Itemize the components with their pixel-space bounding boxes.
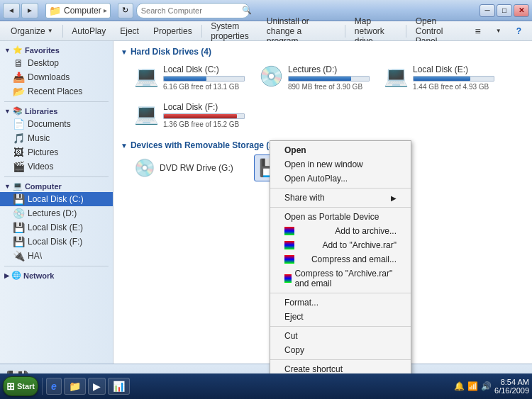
taskbar-folder-button[interactable]: 📁 bbox=[64, 378, 86, 395]
ctx-open-new-window[interactable]: Open in new window bbox=[270, 157, 411, 172]
title-bar-left: ◄ ► 📁 Computer ▸ ↻ 🔍 bbox=[3, 3, 250, 18]
taskbar-separator bbox=[42, 378, 43, 395]
sidebar-item-ha[interactable]: 🔌 HA\ bbox=[0, 249, 113, 263]
sidebar-item-videos[interactable]: 🎬 Videos bbox=[0, 159, 113, 174]
drive-c-info: Local Disk (C:) 6.16 GB free of 13.1 GB bbox=[163, 64, 245, 91]
clock-date: 6/16/2009 bbox=[494, 386, 529, 395]
autoplay-button[interactable]: AutoPlay bbox=[65, 23, 112, 39]
maximize-button[interactable]: □ bbox=[497, 4, 512, 17]
address-arrow: ▸ bbox=[104, 6, 107, 14]
ctx-sep-1 bbox=[270, 188, 411, 189]
sidebar-item-recent-places[interactable]: 📂 Recent Places bbox=[0, 84, 113, 99]
ctx-copy[interactable]: Copy bbox=[270, 343, 411, 357]
ctx-compress-email[interactable]: Compress and email... bbox=[270, 252, 411, 266]
sidebar-item-local-f[interactable]: 💾 Local Disk (F:) bbox=[0, 235, 113, 249]
ctx-open[interactable]: Open bbox=[270, 143, 411, 157]
sidebar-computer-header[interactable]: ▼ 💻 Computer bbox=[0, 180, 113, 192]
drive-e-progress-container bbox=[413, 76, 494, 82]
sidebar-item-local-c[interactable]: 💾 Local Disk (C:) bbox=[0, 192, 113, 206]
taskbar-media-button[interactable]: ▶ bbox=[88, 378, 106, 395]
ctx-sep-3 bbox=[270, 293, 411, 293]
toolbar-separator-1 bbox=[62, 25, 63, 38]
drive-e[interactable]: 💻 Local Disk (E:) 1.44 GB free of 4.93 G… bbox=[379, 61, 499, 94]
drive-d-space: 890 MB free of 3.90 GB bbox=[288, 83, 370, 91]
clock: 8:54 AM 6/16/2009 bbox=[494, 378, 529, 395]
sidebar-item-downloads[interactable]: 📥 Downloads bbox=[0, 70, 113, 84]
map-network-button[interactable]: Map network drive bbox=[348, 23, 403, 39]
refresh-button[interactable]: ↻ bbox=[118, 3, 133, 18]
hard-disk-drives-title: Hard Disk Drives (4) bbox=[131, 47, 211, 57]
address-text: Computer bbox=[64, 6, 101, 16]
ctx-share-with[interactable]: Share with ▶ bbox=[270, 191, 411, 205]
address-bar[interactable]: 📁 Computer ▸ bbox=[45, 3, 111, 18]
systray-icon-2: 📶 bbox=[467, 381, 478, 391]
drive-e-icon: 💻 bbox=[384, 64, 409, 88]
close-button[interactable]: ✕ bbox=[514, 4, 529, 17]
drive-f-space: 1.36 GB free of 15.2 GB bbox=[163, 120, 245, 128]
chevron-right-icon-network: ▶ bbox=[4, 272, 9, 279]
ctx-sep-4 bbox=[270, 326, 411, 327]
ctx-open-autoplay[interactable]: Open AutoPlay... bbox=[270, 172, 411, 186]
disk-c-icon: 💾 bbox=[13, 193, 24, 205]
drive-f-name: Local Disk (F:) bbox=[163, 102, 245, 112]
speaker-icon: 🔊 bbox=[481, 381, 492, 391]
toolbar-separator-3 bbox=[345, 25, 345, 38]
forward-button[interactable]: ► bbox=[21, 3, 38, 18]
taskbar-app-button[interactable]: 📊 bbox=[108, 378, 130, 395]
search-bar[interactable]: 🔍 bbox=[136, 3, 250, 18]
sidebar-libraries-header[interactable]: ▼ 📚 Libraries bbox=[0, 105, 113, 117]
sidebar-item-documents[interactable]: 📄 Documents bbox=[0, 117, 113, 131]
removable-storage-title: Devices with Removable Storage (2) bbox=[131, 140, 277, 150]
recent-places-icon: 📂 bbox=[13, 86, 24, 97]
removable-item-dvd[interactable]: 💿 DVD RW Drive (G:) bbox=[129, 154, 250, 181]
ctx-add-archive-rar[interactable]: Add to "Archive.rar" bbox=[270, 238, 411, 252]
hard-disk-drives-header[interactable]: ▼ Hard Disk Drives (4) bbox=[121, 47, 525, 57]
drive-c-progress-container bbox=[163, 76, 245, 82]
organize-button[interactable]: Organize ▼ bbox=[4, 23, 60, 39]
sidebar-item-music[interactable]: 🎵 Music bbox=[0, 131, 113, 145]
drive-c-name: Local Disk (C:) bbox=[163, 64, 245, 74]
sidebar-network-header[interactable]: ▶ 🌐 Network bbox=[0, 269, 113, 281]
sidebar-separator-1 bbox=[4, 101, 109, 102]
ctx-cut[interactable]: Cut bbox=[270, 329, 411, 343]
eject-button[interactable]: Eject bbox=[113, 23, 145, 39]
drives-grid: 💻 Local Disk (C:) 6.16 GB free of 13.1 G… bbox=[121, 61, 525, 132]
taskbar-ie-button[interactable]: e bbox=[46, 378, 62, 395]
open-control-panel-button[interactable]: Open Control Panel bbox=[409, 23, 467, 39]
main-layout: ▼ ⭐ Favorites 🖥 Desktop 📥 Downloads 📂 Re… bbox=[0, 41, 532, 364]
start-button[interactable]: ⊞ Start bbox=[3, 376, 38, 396]
uninstall-button[interactable]: Uninstall or change a program bbox=[260, 23, 342, 39]
drive-c[interactable]: 💻 Local Disk (C:) 6.16 GB free of 13.1 G… bbox=[129, 61, 250, 94]
help-button[interactable]: ? bbox=[510, 23, 528, 39]
ctx-format[interactable]: Format... bbox=[270, 296, 411, 310]
dvd-icon: 💿 bbox=[134, 158, 155, 178]
sidebar-item-pictures[interactable]: 🖼 Pictures bbox=[0, 145, 113, 159]
taskbar-folder-icon: 📁 bbox=[69, 381, 81, 392]
properties-button[interactable]: Properties bbox=[147, 23, 199, 39]
view-arrow-button[interactable]: ▼ bbox=[489, 23, 508, 39]
toolbar-separator-4 bbox=[406, 25, 406, 38]
sidebar-item-desktop[interactable]: 🖥 Desktop bbox=[0, 56, 113, 70]
search-input[interactable] bbox=[141, 6, 239, 15]
drive-d[interactable]: 💿 Lectures (D:) 890 MB free of 3.90 GB bbox=[254, 61, 375, 94]
sidebar-item-local-e[interactable]: 💾 Local Disk (E:) bbox=[0, 220, 113, 235]
system-properties-button[interactable]: System properties bbox=[204, 23, 259, 39]
drive-f-info: Local Disk (F:) 1.36 GB free of 15.2 GB bbox=[163, 102, 245, 128]
ctx-eject[interactable]: Eject bbox=[270, 310, 411, 324]
minimize-button[interactable]: ─ bbox=[480, 4, 495, 17]
back-button[interactable]: ◄ bbox=[3, 3, 20, 18]
section-arrow-removable: ▼ bbox=[121, 142, 128, 150]
ctx-open-portable[interactable]: Open as Portable Device bbox=[270, 210, 411, 224]
downloads-icon: 📥 bbox=[13, 72, 24, 83]
view-button[interactable]: ≡ bbox=[469, 23, 487, 39]
ha-icon: 🔌 bbox=[13, 250, 24, 262]
drive-f[interactable]: 💻 Local Disk (F:) 1.36 GB free of 15.2 G… bbox=[129, 99, 250, 132]
sidebar-item-lectures-d[interactable]: 💿 Lectures (D:) bbox=[0, 206, 113, 220]
taskbar-right: 🔔 📶 🔊 8:54 AM 6/16/2009 bbox=[454, 378, 529, 395]
sidebar-favorites-header[interactable]: ▼ ⭐ Favorites bbox=[0, 44, 113, 56]
ctx-compress-archive-email[interactable]: Compress to "Archive.rar" and email bbox=[270, 266, 411, 291]
drive-e-info: Local Disk (E:) 1.44 GB free of 4.93 GB bbox=[413, 64, 494, 91]
sidebar: ▼ ⭐ Favorites 🖥 Desktop 📥 Downloads 📂 Re… bbox=[0, 41, 113, 364]
window-controls: ─ □ ✕ bbox=[480, 4, 529, 17]
ctx-add-archive[interactable]: Add to archive... bbox=[270, 224, 411, 238]
